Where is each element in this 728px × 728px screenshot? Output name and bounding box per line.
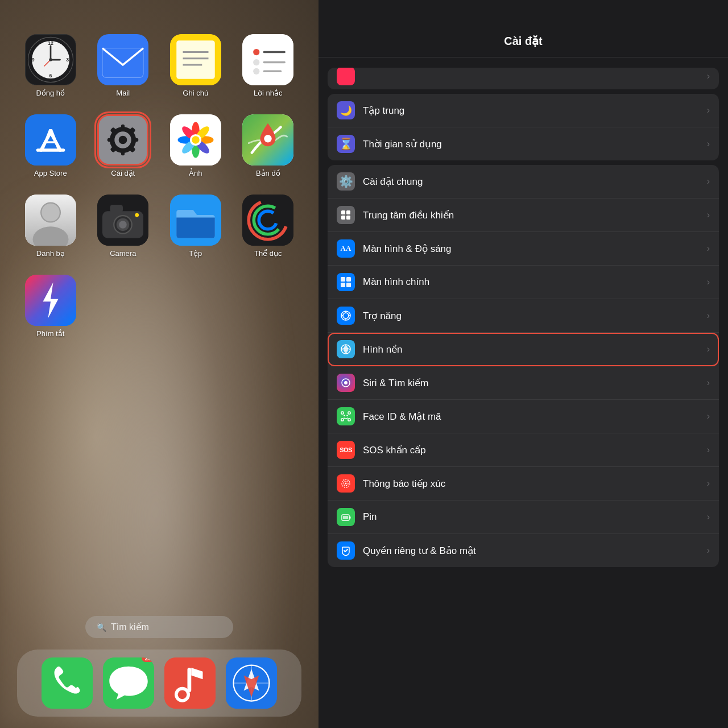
svg-rect-100 <box>341 412 344 414</box>
app-clock[interactable]: 12 6 9 3 Đồng hồ <box>17 34 84 97</box>
svg-rect-13 <box>176 40 215 79</box>
tap-trung-chevron: › <box>707 105 710 115</box>
svg-rect-86 <box>346 216 350 220</box>
row-face-id[interactable]: Face ID & Mật mã › <box>328 400 719 433</box>
svg-rect-31 <box>121 125 125 131</box>
trung-tam-chevron: › <box>707 210 710 220</box>
row-tro-nang[interactable]: Trợ năng › <box>328 299 719 333</box>
cai-dat-chung-icon: ⚙️ <box>337 172 355 191</box>
files-label: Tệp <box>189 249 202 258</box>
svg-point-18 <box>253 49 259 55</box>
cai-dat-chung-label: Cài đặt chung <box>363 176 707 188</box>
svg-rect-85 <box>341 216 345 220</box>
face-id-icon <box>337 407 355 425</box>
svg-point-52 <box>264 135 272 143</box>
svg-point-64 <box>135 213 139 217</box>
quyen-rieng-tu-chevron: › <box>707 545 710 556</box>
app-mail[interactable]: Mail <box>90 34 157 97</box>
dock-phone[interactable] <box>42 657 93 709</box>
thoi-gian-icon: ⌛ <box>337 135 355 153</box>
safari-icon <box>226 657 277 709</box>
partial-row[interactable]: › <box>328 68 719 89</box>
svg-rect-32 <box>121 150 125 156</box>
clock-label: Đồng hồ <box>36 89 65 97</box>
app-shortcuts[interactable]: Phím tắt <box>17 275 84 338</box>
app-notes[interactable]: Ghi chú <box>162 34 229 97</box>
svg-text:9: 9 <box>31 57 34 63</box>
app-contacts[interactable]: Danh bạ <box>17 195 84 258</box>
partial-chevron: › <box>707 71 710 81</box>
row-quyen-rieng-tu[interactable]: Quyền riêng tư & Bảo mật › <box>328 534 719 567</box>
row-hinh-nen[interactable]: Hình nền › <box>328 333 719 366</box>
dock-messages[interactable]: 239 <box>103 657 154 709</box>
row-sos[interactable]: SOS SOS khẩn cấp › <box>328 433 719 467</box>
svg-rect-84 <box>346 210 350 214</box>
dock-safari[interactable] <box>226 657 277 709</box>
notes-icon <box>170 34 221 85</box>
svg-rect-111 <box>343 516 348 519</box>
search-bar[interactable]: 🔍 Tìm kiếm <box>85 616 233 638</box>
row-man-hinh-do-sang[interactable]: AA Màn hình & Độ sáng › <box>328 232 719 266</box>
svg-text:6: 6 <box>49 73 52 78</box>
man-hinh-chinh-chevron: › <box>707 277 710 287</box>
app-camera[interactable]: Camera <box>90 195 157 258</box>
row-tap-trung[interactable]: 🌙 Tập trung › <box>328 94 719 127</box>
row-trung-tam[interactable]: Trung tâm điều khiển › <box>328 198 719 232</box>
thong-bao-label: Thông báo tiếp xúc <box>363 478 707 490</box>
messages-icon: 239 <box>103 657 154 709</box>
settings-header: Cài đặt <box>318 0 728 57</box>
settings-group-partial: › <box>328 68 719 89</box>
svg-rect-63 <box>110 205 123 213</box>
clock-icon: 12 6 9 3 <box>25 34 76 85</box>
dock: 239 <box>17 650 301 717</box>
row-siri[interactable]: Siri & Tìm kiếm › <box>328 366 719 400</box>
row-cai-dat-chung[interactable]: ⚙️ Cài đặt chung › <box>328 165 719 198</box>
files-icon <box>170 195 221 246</box>
row-thong-bao[interactable]: Thông báo tiếp xúc › <box>328 467 719 500</box>
siri-icon <box>337 374 355 392</box>
shortcuts-icon <box>25 275 76 326</box>
camera-label: Camera <box>110 249 136 258</box>
reminders-label: Lời nhắc <box>254 89 283 97</box>
svg-point-57 <box>42 204 60 222</box>
app-grid: 12 6 9 3 Đồng hồ <box>17 34 301 338</box>
appstore-label: App Store <box>34 169 67 177</box>
settings-icon <box>97 114 148 166</box>
dock-music[interactable] <box>164 657 216 709</box>
svg-rect-33 <box>107 138 114 142</box>
svg-text:3: 3 <box>66 57 69 63</box>
svg-rect-17 <box>242 34 293 85</box>
pin-chevron: › <box>707 512 710 522</box>
svg-point-62 <box>119 221 127 229</box>
app-fitness[interactable]: Thể dục <box>235 195 302 258</box>
app-settings[interactable]: Cài đặt <box>90 114 157 177</box>
fitness-icon <box>242 195 293 246</box>
svg-rect-76 <box>188 668 192 692</box>
search-label: Tìm kiếm <box>111 622 149 632</box>
svg-point-92 <box>343 313 349 318</box>
svg-rect-101 <box>348 412 350 414</box>
maps-label: Bản đồ <box>256 169 280 177</box>
svg-rect-103 <box>348 419 350 421</box>
messages-badge: 239 <box>142 657 154 662</box>
hinh-nen-chevron: › <box>707 344 710 354</box>
mail-icon <box>97 34 148 85</box>
settings-label: Cài đặt <box>111 169 135 177</box>
app-files[interactable]: Tệp <box>162 195 229 258</box>
app-reminders[interactable]: Lời nhắc <box>235 34 302 97</box>
tro-nang-chevron: › <box>707 311 710 321</box>
svg-rect-83 <box>341 210 345 214</box>
mail-label: Mail <box>116 89 130 97</box>
app-photos[interactable]: Ảnh <box>162 114 229 177</box>
sos-icon: SOS <box>337 441 355 459</box>
svg-rect-102 <box>341 419 344 421</box>
row-pin[interactable]: Pin › <box>328 500 719 534</box>
thong-bao-chevron: › <box>707 478 710 489</box>
svg-rect-90 <box>346 283 351 287</box>
app-maps[interactable]: Bản đồ <box>235 114 302 177</box>
face-id-label: Face ID & Mật mã <box>363 411 707 423</box>
app-appstore[interactable]: A App Store <box>17 114 84 177</box>
row-thoi-gian[interactable]: ⌛ Thời gian sử dụng › <box>328 127 719 160</box>
settings-group-2: ⚙️ Cài đặt chung › Trung tâm điều khiển … <box>328 165 719 567</box>
row-man-hinh-chinh[interactable]: Màn hình chính › <box>328 266 719 299</box>
